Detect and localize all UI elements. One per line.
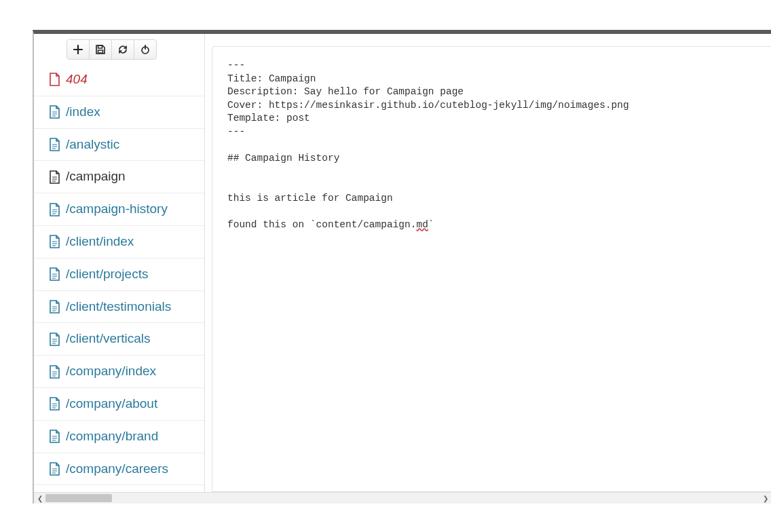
scroll-thumb[interactable]: [45, 494, 112, 502]
sidebar-item-campaign[interactable]: /campaign: [34, 161, 204, 193]
sidebar-item-client-index[interactable]: /client/index: [34, 226, 204, 259]
file-icon: [49, 332, 60, 346]
sidebar-item-label: /company/careers: [66, 461, 168, 477]
sidebar-item-label: /analystic: [66, 137, 119, 153]
svg-rect-1: [98, 50, 103, 53]
file-icon: [49, 397, 60, 411]
sidebar-item-404[interactable]: 404: [34, 64, 204, 96]
app-body: 404/index/analystic/campaign/campaign-hi…: [34, 34, 771, 492]
plus-icon: [73, 44, 83, 55]
sidebar: 404/index/analystic/campaign/campaign-hi…: [34, 34, 205, 492]
sidebar-item-label: /company/brand: [66, 429, 158, 444]
refresh-icon: [117, 44, 128, 55]
file-icon: [49, 105, 60, 119]
file-icon: [49, 235, 60, 248]
sidebar-item-label: /client/projects: [66, 267, 148, 282]
chevron-left-icon: ❮: [37, 495, 43, 502]
sidebar-item-company-brand[interactable]: /company/brand: [34, 421, 204, 453]
sidebar-item-label: /company/about: [66, 396, 157, 412]
sidebar-item-client-testimonials[interactable]: /client/testimonials: [34, 291, 204, 324]
sidebar-item-label: /index: [66, 104, 100, 120]
file-icon: [49, 138, 60, 151]
sidebar-item-label: /company/index: [66, 364, 156, 379]
editor-pane: --- Title: Campaign Description: Say hel…: [205, 34, 771, 492]
file-icon: [49, 203, 60, 216]
sidebar-item-company-about[interactable]: /company/about: [34, 388, 204, 421]
scroll-right-button[interactable]: ❯: [759, 493, 771, 504]
sidebar-item-company-careers[interactable]: /company/careers: [34, 453, 204, 486]
app-window: 404/index/analystic/campaign/campaign-hi…: [33, 30, 771, 504]
sidebar-item-label: /campaign: [66, 169, 126, 185]
file-icon: [49, 267, 60, 281]
file-icon: [49, 430, 60, 443]
scroll-left-button[interactable]: ❮: [34, 493, 45, 504]
save-button[interactable]: [89, 39, 112, 60]
power-icon: [140, 44, 151, 55]
sidebar-item-label: /client/verticals: [66, 331, 151, 347]
scroll-track[interactable]: [45, 493, 759, 504]
new-button[interactable]: [67, 39, 90, 60]
file-icon: [49, 73, 60, 86]
sidebar-item-client-projects[interactable]: /client/projects: [34, 259, 204, 291]
sidebar-item-campaign-history[interactable]: /campaign-history: [34, 193, 204, 226]
refresh-button[interactable]: [111, 39, 134, 60]
horizontal-scrollbar[interactable]: ❮ ❯: [34, 492, 771, 504]
file-list[interactable]: 404/index/analystic/campaign/campaign-hi…: [34, 64, 204, 492]
sidebar-item-label: 404: [66, 72, 88, 88]
sidebar-item-label: /client/index: [66, 234, 134, 250]
file-icon: [49, 170, 60, 184]
file-icon: [49, 300, 60, 314]
sidebar-item-analystic[interactable]: /analystic: [34, 129, 204, 162]
content-editor[interactable]: --- Title: Campaign Description: Say hel…: [212, 46, 771, 492]
file-icon: [49, 365, 60, 379]
svg-rect-0: [98, 45, 102, 48]
sidebar-item-client-verticals[interactable]: /client/verticals: [34, 323, 204, 356]
power-button[interactable]: [134, 39, 157, 60]
save-icon: [95, 44, 106, 55]
sidebar-item-label: /campaign-history: [66, 202, 168, 217]
chevron-right-icon: ❯: [763, 495, 768, 502]
sidebar-item-label: /client/testimonials: [66, 299, 171, 315]
file-icon: [49, 462, 60, 476]
sidebar-item-company-index[interactable]: /company/index: [34, 356, 204, 388]
sidebar-item-index[interactable]: /index: [34, 96, 204, 129]
toolbar: [34, 34, 204, 64]
